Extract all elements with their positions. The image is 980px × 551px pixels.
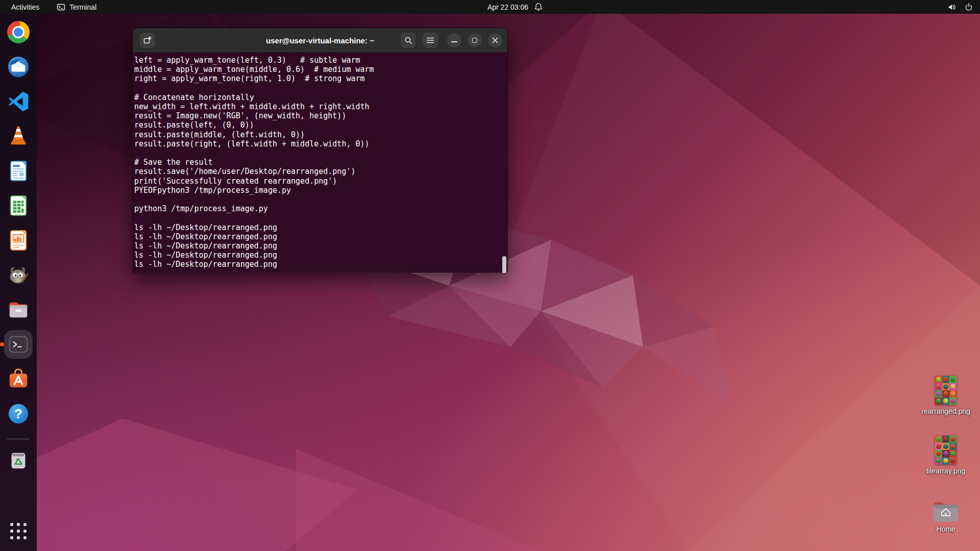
search-button[interactable] — [401, 33, 416, 48]
terminal-line: result.paste(right, (left.width + middle… — [134, 139, 502, 148]
terminal-titlebar[interactable]: user@user-virtual-machine: ~ — [133, 28, 507, 53]
svg-text:?: ? — [14, 407, 22, 421]
terminal-line — [134, 148, 502, 158]
maximize-button[interactable] — [468, 33, 482, 47]
libreoffice-writer-icon — [7, 159, 30, 183]
thunderbird-icon — [7, 55, 30, 79]
trash-icon — [7, 448, 30, 472]
close-icon — [492, 37, 499, 44]
desktop: Activities Terminal Apr 22 03:06 — [0, 0, 980, 551]
thumbnail-tile — [949, 383, 957, 390]
thumbnail-tile — [942, 450, 949, 457]
terminal-content[interactable]: left = apply_warm_tone(left, 0.3) # subt… — [133, 53, 507, 273]
clock-menu[interactable]: Apr 22 03:06 — [487, 0, 543, 14]
new-tab-icon — [143, 36, 152, 45]
activities-button[interactable]: Activities — [11, 0, 39, 14]
libreoffice-impress-icon — [7, 229, 30, 252]
dock-item-show-applications[interactable] — [7, 519, 30, 543]
thumbnail-tile — [942, 436, 949, 443]
desktop-icon-home[interactable]: Home — [918, 499, 974, 533]
terminal-line: ls -lh ~/Desktop/rearranged.png — [134, 260, 502, 269]
terminal-line: middle = apply_warm_tone(middle, 0.6) # … — [134, 65, 502, 74]
thumbnail-tile — [942, 376, 949, 383]
dock-item-terminal[interactable] — [7, 333, 30, 356]
dock-item-gimp[interactable] — [7, 263, 30, 287]
terminal-line: ls -lh ~/Desktop/rearranged.png — [134, 241, 502, 251]
rearranged-thumbnail — [935, 376, 957, 405]
dock-item-thunderbird[interactable] — [7, 55, 30, 79]
desktop-icon-tilearray[interactable]: tilearray.png — [918, 436, 974, 475]
dock-item-chrome[interactable] — [7, 20, 30, 44]
vscode-icon — [7, 90, 30, 113]
dock-item-ubuntu-software[interactable] — [7, 367, 30, 391]
terminal-line: ls -lh ~/Desktop/rearranged.png — [134, 232, 502, 241]
home-folder-icon — [932, 499, 960, 522]
gimp-icon — [7, 263, 30, 287]
terminal-icon — [7, 333, 30, 356]
search-icon — [404, 36, 413, 45]
thumbnail-tile — [935, 436, 942, 443]
terminal-line: # Save the result — [134, 158, 502, 167]
desktop-icon-label: rearranged.png — [921, 407, 970, 415]
notification-bell-icon — [534, 3, 543, 11]
thumbnail-tile — [935, 376, 942, 383]
terminal-line: new_width = left.width + middle.width + … — [134, 102, 502, 111]
thumbnail-tile — [935, 450, 942, 457]
minimize-button[interactable] — [447, 33, 461, 47]
terminal-line — [134, 84, 502, 93]
dock: ? — [0, 14, 37, 551]
terminal-line: result.paste(left, (0, 0)) — [134, 120, 502, 130]
focused-app-indicator[interactable]: Terminal — [57, 0, 96, 14]
thumbnail-tile — [942, 390, 949, 397]
terminal-line: # Concatenate horizontally — [134, 93, 502, 102]
terminal-line: ls -lh ~/Desktop/rearranged.png — [134, 251, 502, 260]
dock-item-files[interactable] — [7, 298, 30, 321]
desktop-icon-label: Home — [936, 525, 955, 533]
focused-app-label: Terminal — [69, 3, 96, 11]
volume-icon — [948, 3, 957, 11]
top-bar: Activities Terminal Apr 22 03:06 — [0, 0, 980, 14]
new-tab-button[interactable] — [140, 33, 155, 48]
dock-item-calc[interactable] — [7, 194, 30, 217]
thumbnail-tile — [935, 397, 942, 405]
power-icon — [965, 3, 973, 11]
terminal-line: print('Successfully created rearranged.p… — [134, 177, 502, 186]
terminal-line: result.paste(middle, (left.width, 0)) — [134, 130, 502, 139]
ubuntu-software-icon — [7, 367, 30, 391]
thumbnail-tile — [949, 397, 957, 405]
terminal-window[interactable]: user@user-virtual-machine: ~ — [133, 28, 507, 273]
thumbnail-tile — [949, 390, 957, 397]
terminal-line: right = apply_warm_tone(right, 1.0) # st… — [134, 74, 502, 83]
close-button[interactable] — [488, 33, 502, 47]
thumbnail-tile — [935, 457, 942, 464]
terminal-icon — [57, 3, 65, 11]
desktop-icon-label: tilearray.png — [926, 467, 965, 475]
dock-item-impress[interactable] — [7, 229, 30, 252]
clock-label: Apr 22 03:06 — [487, 3, 528, 11]
terminal-line: python3 /tmp/process_image.py — [134, 204, 502, 213]
thumbnail-tile — [949, 443, 957, 450]
files-folder-icon — [7, 298, 30, 321]
maximize-icon — [472, 38, 477, 43]
terminal-line: ls -lh ~/Desktop/rearranged.png — [134, 223, 502, 232]
desktop-icon-rearranged[interactable]: rearranged.png — [918, 376, 974, 415]
dock-item-writer[interactable] — [7, 159, 30, 183]
show-applications-icon — [10, 523, 27, 539]
terminal-line — [134, 195, 502, 204]
help-icon: ? — [7, 402, 30, 425]
thumbnail-tile — [935, 383, 942, 390]
minimize-icon — [451, 41, 457, 42]
dock-item-vlc[interactable] — [7, 124, 30, 148]
terminal-line: result.save('/home/user/Desktop/rearrang… — [134, 167, 502, 176]
thumbnail-tile — [942, 383, 949, 390]
terminal-scrollbar-thumb[interactable] — [502, 256, 506, 273]
vlc-icon — [7, 124, 30, 148]
terminal-line: PYEOFpython3 /tmp/process_image.py — [134, 186, 502, 195]
activities-label: Activities — [11, 3, 39, 11]
dock-item-help[interactable]: ? — [7, 402, 30, 425]
dock-item-trash[interactable] — [7, 448, 30, 472]
dock-item-vscode[interactable] — [7, 90, 30, 113]
menu-button[interactable] — [423, 33, 438, 48]
system-status-area[interactable] — [948, 0, 973, 14]
libreoffice-calc-icon — [7, 194, 30, 217]
